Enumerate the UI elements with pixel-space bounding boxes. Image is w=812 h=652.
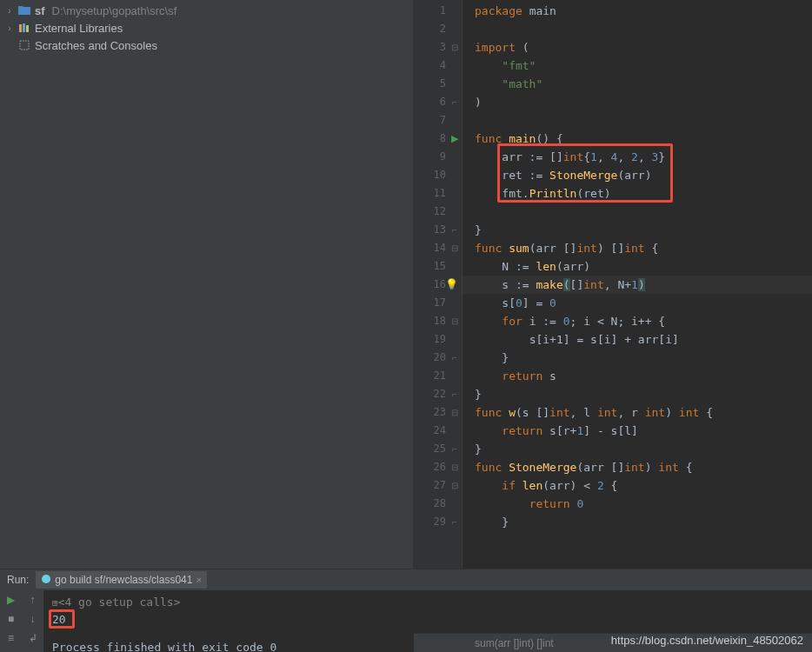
go-icon [41,574,51,587]
project-root-name: sf [35,4,45,17]
run-config-tab[interactable]: go build sf/newclass/class041 × [36,571,207,589]
code-token: "fmt" [502,59,536,72]
code-token: "math" [502,77,542,90]
line-number: 21 [425,367,446,385]
run-panel-header: Run: go build sf/newclass/class041 × [0,569,812,590]
fold-end-icon: ⌐ [449,93,460,111]
line-number: 19 [425,330,446,349]
line-number: 15 [425,257,446,276]
lightbulb-icon[interactable]: 💡 [445,276,458,294]
code-token: } [502,516,509,529]
svg-point-4 [42,575,50,583]
run-panel-label: Run: [7,574,29,586]
project-root-row[interactable]: › sf D:\mysetup\gopath\src\sf [0,2,413,19]
code-token: ) [475,96,482,109]
line-number: 7 [425,111,446,130]
line-number: 1 [425,2,446,20]
code-token: } [475,442,482,456]
fold-minus-icon[interactable]: ⊟ [449,239,460,257]
scratches-row[interactable]: Scratches and Consoles [0,37,413,54]
folder-icon [17,3,31,17]
rerun-button[interactable]: ▶ [3,592,19,608]
line-number: 23 [425,403,446,422]
line-number: 24 [425,422,446,440]
line-number: 22 [425,385,446,403]
code-token: } [502,351,509,364]
soft-wrap-button[interactable]: ↲ [25,630,41,646]
console-output-value: 20 [52,611,803,629]
layout-button[interactable]: ≡ [3,630,19,646]
run-tab-label: go build sf/newclass/class041 [55,574,192,586]
fold-minus-icon[interactable]: ⊟ [449,476,460,495]
line-number: 9 [425,148,446,166]
fold-minus-icon[interactable]: ⊟ [449,38,460,57]
code-editor[interactable]: 1 2 3 ⊟ 4 5 6 ⌐ 7 8 ▶ 9 10 11 12 13 ⌐ 14… [414,0,812,569]
svg-rect-3 [20,41,29,50]
svg-rect-1 [23,23,25,32]
line-number: 5 [425,75,446,93]
fold-minus-icon[interactable]: ⊟ [449,312,460,330]
watermark-text: https://blog.csdn.net/weixin_48502062 [611,634,803,647]
line-number: 25 [425,440,446,458]
svg-rect-2 [26,25,29,32]
run-sidebar: ▶ ■ ≡ ↑ ↓ ↲ [0,590,43,652]
line-number: 26 [425,458,446,476]
fold-end-icon: ⌐ [449,349,460,367]
fold-end-icon: ⌐ [449,385,460,403]
line-number: 14 [425,239,446,257]
line-number: 29 [425,513,446,531]
line-number: 16 [425,276,446,294]
line-number: 13 [425,221,446,239]
fold-end-icon: ⌐ [449,221,460,239]
fold-end-icon: ⌐ [449,513,460,531]
fold-end-icon: ⌐ [449,440,460,458]
scroll-down-button[interactable]: ↓ [25,611,41,627]
line-number: 12 [425,203,446,221]
chevron-right-icon[interactable]: › [5,6,14,16]
close-icon[interactable]: × [196,575,201,585]
fold-minus-icon[interactable]: ⊟ [449,403,460,422]
fold-minus-icon[interactable]: ⊟ [449,458,460,476]
line-number: 8 [425,130,446,148]
console-line: ⊞<4 go setup calls> [52,594,803,611]
code-token: s[i+1] = s[i] + arr[i] [529,333,679,346]
line-number: 2 [425,20,446,38]
line-number: 3 [425,38,446,57]
libraries-icon [17,21,31,35]
external-libraries-row[interactable]: › External Libraries [0,19,413,37]
code-token: } [475,223,482,236]
line-number: 10 [425,166,446,184]
line-number: 4 [425,57,446,75]
external-libraries-label: External Libraries [35,22,123,35]
project-root-path: D:\mysetup\gopath\src\sf [52,4,177,17]
line-number: 6 [425,93,446,111]
line-number: 20 [425,349,446,367]
line-number: 11 [425,184,446,203]
scroll-up-button[interactable]: ↑ [25,592,41,608]
line-number: 27 [425,476,446,495]
stop-button[interactable]: ■ [3,611,19,627]
line-number: 18 [425,312,446,330]
code-content[interactable]: package main import ( "fmt" "math" ) fun… [463,0,812,569]
line-number: 28 [425,495,446,513]
scratches-label: Scratches and Consoles [35,39,157,52]
line-number: 17 [425,294,446,312]
scratches-icon [17,38,31,52]
code-token: } [475,388,482,401]
editor-gutter: 1 2 3 ⊟ 4 5 6 ⌐ 7 8 ▶ 9 10 11 12 13 ⌐ 14… [414,0,463,569]
chevron-right-icon[interactable]: › [5,23,14,33]
run-gutter-icon[interactable]: ▶ [451,130,458,148]
project-tree-panel: › sf D:\mysetup\gopath\src\sf › External… [0,0,414,569]
svg-rect-0 [19,24,22,32]
